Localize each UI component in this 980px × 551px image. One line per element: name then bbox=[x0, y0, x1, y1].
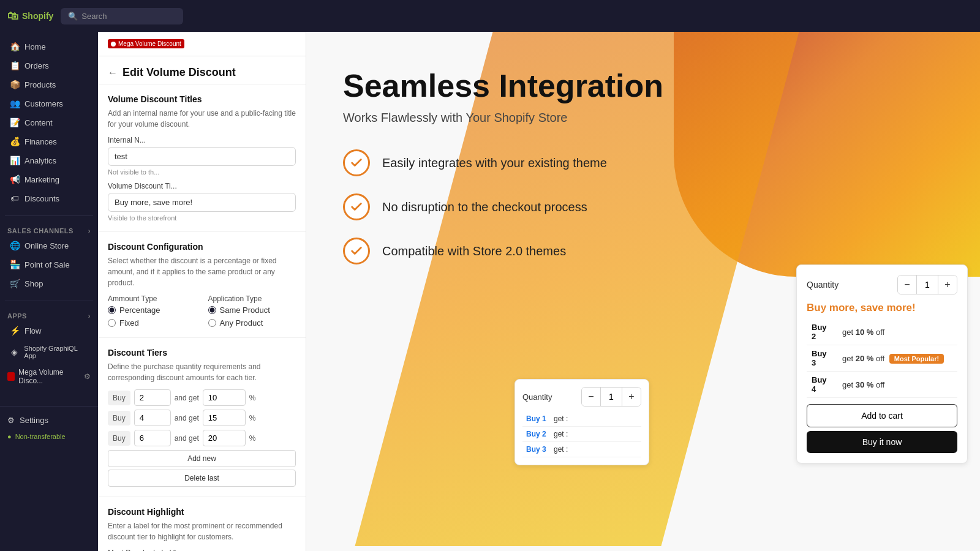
widget-left-qty-label: Quantity bbox=[522, 392, 552, 402]
sidebar-item-flow[interactable]: ⚡ Flow bbox=[2, 321, 96, 340]
qty-decrease-btn-right[interactable]: − bbox=[898, 276, 916, 294]
popular-badge: Most Popular! bbox=[889, 354, 944, 364]
amount-type-col: Ammount Type Percentage Fixed bbox=[108, 294, 196, 328]
same-product-radio[interactable]: Same Product bbox=[208, 305, 296, 315]
bogo-desc-right-2: get 20 % off Most Popular! bbox=[837, 345, 957, 372]
tier-discount-1[interactable] bbox=[203, 389, 246, 406]
expand-icon[interactable]: › bbox=[88, 312, 91, 320]
volume-title-input[interactable] bbox=[108, 193, 296, 212]
sidebar-item-products[interactable]: 📦 Products bbox=[2, 75, 96, 94]
discount-highlight-heading: Discount Highlight bbox=[108, 507, 296, 517]
tier-pct-3: % bbox=[249, 434, 256, 443]
sidebar-item-shop[interactable]: 🛒 Shop bbox=[2, 274, 96, 293]
sidebar-apps-section: Apps › ⚡ Flow ◈ Shopify GraphiQL App Meg… bbox=[0, 304, 98, 394]
qty-control-right: − 1 + bbox=[897, 275, 957, 294]
sidebar-item-label: Home bbox=[24, 42, 46, 51]
tier-qty-1[interactable] bbox=[134, 389, 171, 406]
sidebar-item-content[interactable]: 📝 Content bbox=[2, 113, 96, 132]
tier-discount-3[interactable] bbox=[203, 430, 246, 446]
search-bar[interactable]: 🔍 Search bbox=[61, 8, 183, 24]
sidebar-item-marketing[interactable]: 📢 Marketing bbox=[2, 170, 96, 189]
bogo-table-left: Buy 1 get : Buy 2 get : Buy 3 get : bbox=[522, 411, 641, 457]
search-placeholder: Search bbox=[81, 12, 107, 21]
tier-qty-2[interactable] bbox=[134, 410, 171, 426]
main-content: Mega Volume Discount ← Edit Volume Disco… bbox=[98, 0, 980, 551]
bogo-row-left-2: Buy 2 get : bbox=[522, 427, 641, 442]
app-badge: Mega Volume Discount bbox=[108, 39, 184, 48]
discount-tiers-heading: Discount Tiers bbox=[108, 348, 296, 358]
sidebar-item-label: Flow bbox=[24, 326, 41, 335]
widget-qty-row: Quantity − 1 + bbox=[807, 275, 957, 294]
sidebar-item-settings[interactable]: ⚙ Settings bbox=[0, 411, 98, 429]
products-icon: 📦 bbox=[10, 80, 20, 89]
marketing-icon: 📢 bbox=[10, 174, 20, 184]
internal-input[interactable] bbox=[108, 147, 296, 166]
delete-last-button[interactable]: Delete last bbox=[108, 470, 296, 487]
tier-qty-3[interactable] bbox=[134, 430, 171, 446]
sidebar-settings-section: ⚙ Settings ● Non-transferable bbox=[0, 406, 98, 444]
discount-highlight-desc: Enter a label for the most prominent or … bbox=[108, 520, 296, 542]
discount-tiers-section: Discount Tiers Define the purchase quant… bbox=[98, 338, 306, 497]
tier-discount-2[interactable] bbox=[203, 410, 246, 426]
buy-now-button[interactable]: Buy it now bbox=[807, 431, 957, 453]
bogo-row-right-3: Buy 4 get 30 % off bbox=[807, 372, 957, 398]
qty-increase-btn-left[interactable]: + bbox=[622, 388, 641, 406]
sidebar: 🏠 Home 📋 Orders 📦 Products 👥 Customers 📝… bbox=[0, 0, 98, 551]
feature-check-2 bbox=[343, 193, 370, 220]
tier-actions: Add new Delete last bbox=[108, 450, 296, 487]
feature-text-1: Easily integrates with your existing the… bbox=[382, 156, 607, 170]
sidebar-item-pos[interactable]: 🏪 Point of Sale bbox=[2, 255, 96, 274]
add-new-button[interactable]: Add new bbox=[108, 450, 296, 467]
promo-content: Seamless Integration Works Flawlessly wi… bbox=[306, 32, 735, 289]
sidebar-item-mega-volume[interactable]: Mega Volume Disco... ⚙ bbox=[0, 364, 98, 389]
widget-qty-label: Quantity bbox=[807, 280, 839, 290]
tier-buy-label-3: Buy bbox=[108, 431, 130, 446]
back-button[interactable]: ← bbox=[108, 67, 118, 78]
bogo-buy-left-2: Buy 2 bbox=[522, 427, 550, 442]
add-to-cart-button[interactable]: Add to cart bbox=[807, 404, 957, 427]
widget-left-qty-control: − 1 + bbox=[581, 387, 641, 407]
pos-icon: 🏪 bbox=[10, 260, 20, 269]
panel-title: Edit Volume Discount bbox=[123, 66, 236, 79]
any-product-radio[interactable]: Any Product bbox=[208, 318, 296, 328]
expand-icon[interactable]: › bbox=[88, 227, 91, 234]
customers-icon: 👥 bbox=[10, 99, 20, 108]
discount-config-heading: Discount Configuration bbox=[108, 242, 296, 252]
edit-panel: Mega Volume Discount ← Edit Volume Disco… bbox=[98, 32, 306, 551]
fixed-radio[interactable]: Fixed bbox=[108, 318, 196, 328]
app-badge-label: Mega Volume Discount bbox=[118, 40, 181, 47]
percentage-radio[interactable]: Percentage bbox=[108, 305, 196, 315]
sidebar-item-customers[interactable]: 👥 Customers bbox=[2, 94, 96, 113]
search-icon: 🔍 bbox=[68, 12, 78, 21]
tier-row-1: Buy and get % bbox=[108, 389, 296, 406]
qty-increase-btn-right[interactable]: + bbox=[938, 276, 957, 294]
sidebar-item-online-store[interactable]: 🌐 Online Store bbox=[2, 236, 96, 255]
sidebar-item-home[interactable]: 🏠 Home bbox=[2, 37, 96, 56]
settings-icon: ⚙ bbox=[7, 416, 15, 425]
app-badge-dot bbox=[111, 42, 116, 47]
amount-type-label: Ammount Type bbox=[108, 294, 196, 303]
non-transferable-label: ● Non-transferable bbox=[0, 429, 98, 444]
qty-value-left: 1 bbox=[600, 388, 622, 406]
sidebar-item-discounts[interactable]: 🏷 Discounts bbox=[2, 189, 96, 208]
sidebar-item-label: Settings bbox=[20, 416, 48, 425]
bogo-buy-left-3: Buy 3 bbox=[522, 442, 550, 457]
sidebar-sales-section: Sales channels › 🌐 Online Store 🏪 Point … bbox=[0, 219, 98, 298]
shopify-name: Shopify bbox=[22, 11, 53, 21]
volume-title-note: Visible to the storefront bbox=[108, 214, 296, 222]
promo-section: Seamless Integration Works Flawlessly wi… bbox=[306, 32, 980, 551]
bogo-row-left-3: Buy 3 get : bbox=[522, 442, 641, 457]
discounts-icon: 🏷 bbox=[10, 193, 20, 203]
tier-buy-label-1: Buy bbox=[108, 391, 130, 405]
gear-icon[interactable]: ⚙ bbox=[84, 372, 91, 381]
internal-note: Not visible to th... bbox=[108, 168, 296, 176]
promo-title: Seamless Integration bbox=[343, 69, 698, 103]
sidebar-item-label: Products bbox=[24, 80, 56, 89]
sidebar-item-finances[interactable]: 💰 Finances bbox=[2, 132, 96, 151]
sidebar-item-graphql[interactable]: ◈ Shopify GraphiQL App bbox=[2, 340, 96, 364]
qty-decrease-btn-left[interactable]: − bbox=[582, 388, 600, 406]
sidebar-item-analytics[interactable]: 📊 Analytics bbox=[2, 151, 96, 170]
graphql-icon: ◈ bbox=[10, 347, 19, 357]
sidebar-item-orders[interactable]: 📋 Orders bbox=[2, 56, 96, 75]
bogo-table-right: Buy 2 get 10 % off Buy 3 get 20 % off Mo… bbox=[807, 319, 957, 398]
